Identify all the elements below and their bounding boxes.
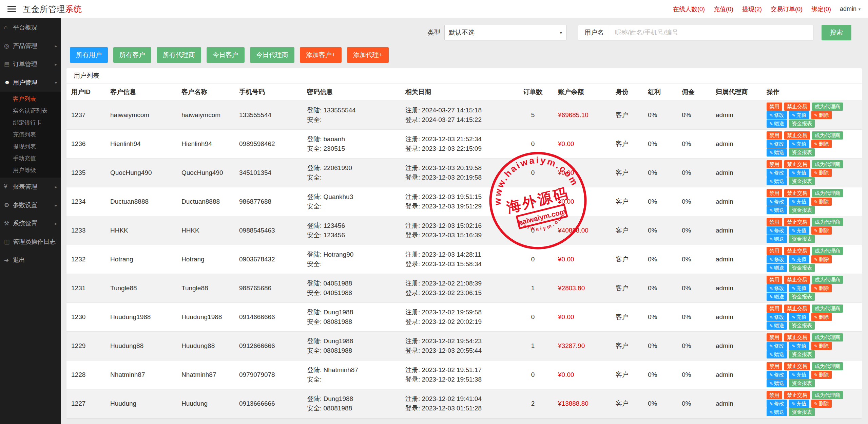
delete-button[interactable]: ✎删除 <box>811 400 832 408</box>
edit-button[interactable]: ✎修改 <box>767 284 787 292</box>
delete-button[interactable]: ✎删除 <box>811 169 832 177</box>
make-agent-button[interactable]: 成为代理商 <box>812 131 843 140</box>
delete-button[interactable]: ✎删除 <box>811 198 832 206</box>
disable-button[interactable]: 禁用 <box>767 160 782 168</box>
hamburger-menu-icon[interactable] <box>7 6 16 12</box>
gift-button[interactable]: ✎赠送 <box>767 177 787 185</box>
edit-button[interactable]: ✎修改 <box>767 400 787 408</box>
make-agent-button[interactable]: 成为代理商 <box>812 103 843 111</box>
recharge-button[interactable]: ✎充值 <box>789 284 809 292</box>
gift-button[interactable]: ✎赠送 <box>767 293 787 301</box>
delete-button[interactable]: ✎删除 <box>811 255 832 263</box>
recharge-button[interactable]: ✎充值 <box>789 342 809 350</box>
forbid-trade-button[interactable]: 禁止交易 <box>784 276 810 284</box>
gift-button[interactable]: ✎赠送 <box>767 264 787 272</box>
disable-button[interactable]: 禁用 <box>767 362 782 370</box>
fund-report-button[interactable]: 资金报表 <box>789 206 815 214</box>
forbid-trade-button[interactable]: 禁止交易 <box>784 131 810 140</box>
disable-button[interactable]: 禁用 <box>767 391 782 399</box>
header-link-bind[interactable]: 绑定(0) <box>811 5 831 13</box>
header-link-online-users[interactable]: 在线人数(0) <box>673 5 705 13</box>
make-agent-button[interactable]: 成为代理商 <box>812 391 843 399</box>
fund-report-button[interactable]: 资金报表 <box>789 148 815 156</box>
all-agents-button[interactable]: 所有代理商 <box>157 47 201 63</box>
delete-button[interactable]: ✎删除 <box>811 371 832 379</box>
fund-report-button[interactable]: 资金报表 <box>789 293 815 301</box>
delete-button[interactable]: ✎删除 <box>811 111 832 119</box>
forbid-trade-button[interactable]: 禁止交易 <box>784 305 810 313</box>
forbid-trade-button[interactable]: 禁止交易 <box>784 103 810 111</box>
gift-button[interactable]: ✎赠送 <box>767 321 787 330</box>
fund-report-button[interactable]: 资金报表 <box>789 264 815 272</box>
disable-button[interactable]: 禁用 <box>767 333 782 342</box>
forbid-trade-button[interactable]: 禁止交易 <box>784 333 810 342</box>
delete-button[interactable]: ✎删除 <box>811 226 832 235</box>
gift-button[interactable]: ✎赠送 <box>767 350 787 358</box>
make-agent-button[interactable]: 成为代理商 <box>812 189 843 197</box>
disable-button[interactable]: 禁用 <box>767 305 782 313</box>
username-input[interactable] <box>610 25 813 40</box>
sidebar-subitem-withdraw-list[interactable]: 提现列表 <box>0 141 61 152</box>
recharge-button[interactable]: ✎充值 <box>789 140 809 148</box>
sidebar-item-products[interactable]: ◎产品管理▸ <box>0 37 61 55</box>
sidebar-item-params[interactable]: ⚙参数设置▸ <box>0 196 61 214</box>
gift-button[interactable]: ✎赠送 <box>767 206 787 214</box>
delete-button[interactable]: ✎删除 <box>811 313 832 321</box>
delete-button[interactable]: ✎删除 <box>811 342 832 350</box>
edit-button[interactable]: ✎修改 <box>767 255 787 263</box>
recharge-button[interactable]: ✎充值 <box>789 198 809 206</box>
fund-report-button[interactable]: 资金报表 <box>789 350 815 358</box>
admin-menu[interactable]: admin ▾ <box>840 5 861 13</box>
disable-button[interactable]: 禁用 <box>767 276 782 284</box>
disable-button[interactable]: 禁用 <box>767 247 782 255</box>
delete-button[interactable]: ✎删除 <box>811 140 832 148</box>
header-link-recharge[interactable]: 充值(0) <box>714 5 733 13</box>
edit-button[interactable]: ✎修改 <box>767 226 787 235</box>
add-agent-button[interactable]: 添加代理+ <box>347 47 389 63</box>
recharge-button[interactable]: ✎充值 <box>789 255 809 263</box>
header-link-trade-orders[interactable]: 交易订单(0) <box>771 5 803 13</box>
sidebar-item-orders[interactable]: ▤订单管理▸ <box>0 55 61 73</box>
fund-report-button[interactable]: 资金报表 <box>789 177 815 185</box>
make-agent-button[interactable]: 成为代理商 <box>812 160 843 168</box>
sidebar-item-users[interactable]: ☻用户管理▾ <box>0 73 61 92</box>
sidebar-item-system[interactable]: ⚒系统设置▸ <box>0 214 61 233</box>
disable-button[interactable]: 禁用 <box>767 218 782 226</box>
edit-button[interactable]: ✎修改 <box>767 169 787 177</box>
sidebar-subitem-customer-list[interactable]: 客户列表 <box>0 93 61 105</box>
all-users-button[interactable]: 所有用户 <box>70 47 108 63</box>
make-agent-button[interactable]: 成为代理商 <box>812 218 843 226</box>
recharge-button[interactable]: ✎充值 <box>789 169 809 177</box>
fund-report-button[interactable]: 资金报表 <box>789 321 815 330</box>
recharge-button[interactable]: ✎充值 <box>789 371 809 379</box>
edit-button[interactable]: ✎修改 <box>767 198 787 206</box>
sidebar-subitem-user-level[interactable]: 用户等级 <box>0 164 61 176</box>
fund-report-button[interactable]: 资金报表 <box>789 379 815 387</box>
edit-button[interactable]: ✎修改 <box>767 371 787 379</box>
sidebar-subitem-recharge-list[interactable]: 充值列表 <box>0 129 61 141</box>
recharge-button[interactable]: ✎充值 <box>789 226 809 235</box>
forbid-trade-button[interactable]: 禁止交易 <box>784 189 810 197</box>
type-select[interactable]: 默认不选 ▾ <box>444 25 566 40</box>
edit-button[interactable]: ✎修改 <box>767 342 787 350</box>
forbid-trade-button[interactable]: 禁止交易 <box>784 160 810 168</box>
sidebar-subitem-bank-cards[interactable]: 绑定银行卡 <box>0 117 61 129</box>
recharge-button[interactable]: ✎充值 <box>789 111 809 119</box>
disable-button[interactable]: 禁用 <box>767 103 782 111</box>
search-button[interactable]: 搜索 <box>822 25 851 40</box>
make-agent-button[interactable]: 成为代理商 <box>812 333 843 342</box>
forbid-trade-button[interactable]: 禁止交易 <box>784 247 810 255</box>
today-agents-button[interactable]: 今日代理商 <box>250 47 294 63</box>
recharge-button[interactable]: ✎充值 <box>789 400 809 408</box>
delete-button[interactable]: ✎删除 <box>811 284 832 292</box>
header-link-withdraw[interactable]: 提现(2) <box>742 5 762 13</box>
gift-button[interactable]: ✎赠送 <box>767 235 787 243</box>
edit-button[interactable]: ✎修改 <box>767 313 787 321</box>
today-customers-button[interactable]: 今日客户 <box>207 47 245 63</box>
make-agent-button[interactable]: 成为代理商 <box>812 276 843 284</box>
disable-button[interactable]: 禁用 <box>767 189 782 197</box>
sidebar-item-overview[interactable]: ⌂平台概况 <box>0 18 61 37</box>
fund-report-button[interactable]: 资金报表 <box>789 408 815 416</box>
fund-report-button[interactable]: 资金报表 <box>789 235 815 243</box>
gift-button[interactable]: ✎赠送 <box>767 379 787 387</box>
